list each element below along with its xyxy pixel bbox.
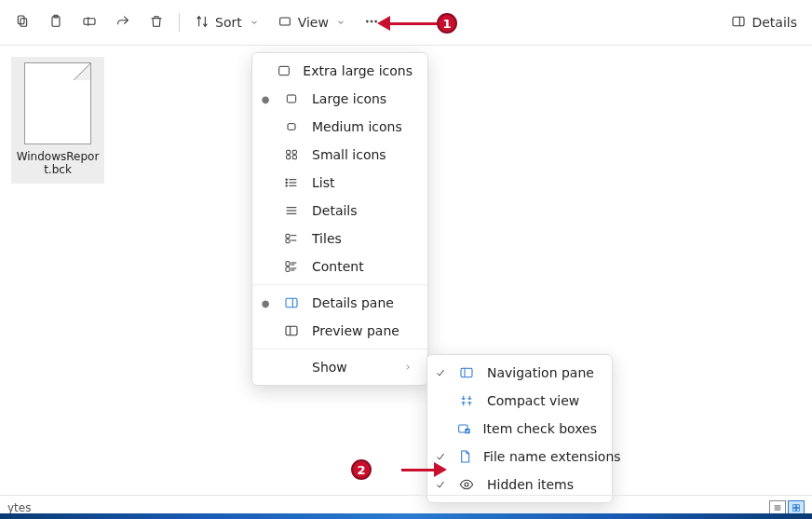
view-label: View <box>298 15 329 30</box>
svg-rect-14 <box>292 150 296 154</box>
cut-button[interactable] <box>7 8 37 37</box>
check-icon <box>435 479 446 490</box>
menu-label: Navigation pane <box>487 365 594 380</box>
menu-item-navigation-pane[interactable]: Navigation pane <box>427 359 612 387</box>
menu-item-show[interactable]: Show <box>252 353 427 381</box>
menu-item-details-pane[interactable]: ● Details pane <box>252 289 427 317</box>
menu-item-content[interactable]: Content <box>252 253 427 280</box>
chevron-down-icon <box>336 15 345 30</box>
menu-lead-bullet: ● <box>260 94 271 104</box>
rename-icon <box>82 14 97 32</box>
status-text: ytes <box>7 501 31 514</box>
menu-label: Small icons <box>312 147 386 162</box>
check-icon <box>435 451 446 462</box>
menu-label: Show <box>312 360 347 375</box>
menu-label: Preview pane <box>312 323 399 338</box>
svg-rect-31 <box>286 267 290 272</box>
svg-rect-10 <box>279 66 290 75</box>
menu-item-preview-pane[interactable]: Preview pane <box>252 317 427 345</box>
windows-taskbar <box>0 513 812 519</box>
menu-label: Content <box>312 259 364 274</box>
trash-icon <box>149 14 164 32</box>
menu-item-list[interactable]: List <box>252 169 427 197</box>
menu-label: Medium icons <box>312 119 402 134</box>
menu-item-file-name-extensions[interactable]: File name extensions <box>427 443 612 471</box>
content-icon <box>282 259 301 274</box>
svg-rect-4 <box>84 18 95 24</box>
details-icon <box>282 203 301 218</box>
svg-rect-47 <box>793 508 796 511</box>
extra-large-icons-icon <box>277 63 291 78</box>
svg-rect-1 <box>20 18 27 26</box>
details-pane-icon <box>282 295 301 310</box>
menu-item-tiles[interactable]: Tiles <box>252 225 427 253</box>
menu-label: Item check boxes <box>482 421 597 436</box>
svg-rect-15 <box>287 156 291 159</box>
menu-label: Extra large icons <box>303 63 413 78</box>
svg-point-22 <box>286 185 287 186</box>
file-icon <box>24 62 91 144</box>
svg-point-6 <box>366 20 368 21</box>
preview-pane-icon <box>282 323 301 338</box>
details-pane-button[interactable]: Details <box>724 8 805 37</box>
svg-rect-45 <box>793 504 796 507</box>
medium-icons-icon <box>282 119 301 134</box>
share-icon <box>115 14 130 32</box>
svg-point-7 <box>371 20 372 21</box>
details-label: Details <box>751 15 797 30</box>
more-horizontal-icon <box>364 14 379 32</box>
svg-rect-26 <box>286 234 290 238</box>
menu-lead-bullet: ● <box>260 298 271 308</box>
paste-button[interactable] <box>41 8 71 37</box>
svg-rect-37 <box>286 326 297 335</box>
svg-rect-27 <box>286 239 290 243</box>
command-bar: Sort View Details <box>0 0 812 45</box>
show-submenu: Navigation pane Compact view Item check … <box>426 354 613 503</box>
menu-item-details[interactable]: Details <box>252 197 427 225</box>
details-pane-icon <box>731 14 746 32</box>
svg-rect-16 <box>292 156 296 159</box>
more-button[interactable] <box>357 8 386 37</box>
menu-item-large-icons[interactable]: ● Large icons <box>252 85 427 113</box>
small-icons-icon <box>282 147 301 162</box>
checkbox-icon <box>455 421 471 436</box>
svg-rect-0 <box>18 16 24 24</box>
svg-point-8 <box>375 20 377 21</box>
menu-label: Tiles <box>312 231 342 246</box>
svg-rect-48 <box>796 508 799 511</box>
delete-button[interactable] <box>142 8 171 37</box>
large-icons-icon <box>282 91 301 106</box>
menu-label: Large icons <box>312 91 386 106</box>
svg-rect-38 <box>461 368 472 376</box>
check-icon <box>435 367 446 378</box>
file-icon <box>457 449 472 464</box>
svg-rect-12 <box>288 124 295 130</box>
menu-item-item-check-boxes[interactable]: Item check boxes <box>427 415 612 443</box>
svg-rect-9 <box>733 17 744 25</box>
menu-item-medium-icons[interactable]: Medium icons <box>252 113 427 141</box>
svg-rect-36 <box>286 298 297 307</box>
menu-divider <box>252 348 427 349</box>
menu-item-compact-view[interactable]: Compact view <box>427 387 612 415</box>
sort-button[interactable]: Sort <box>187 8 266 37</box>
menu-item-extra-large-icons[interactable]: Extra large icons <box>252 57 427 85</box>
tiles-icon <box>282 231 301 246</box>
chevron-right-icon <box>403 360 413 375</box>
share-button[interactable] <box>108 8 138 37</box>
menu-label: File name extensions <box>483 449 621 464</box>
rename-button[interactable] <box>74 8 104 37</box>
cut-icon <box>15 14 30 32</box>
menu-label: Details pane <box>312 295 394 310</box>
menu-label: Compact view <box>487 393 579 408</box>
sort-icon <box>195 14 210 32</box>
view-button[interactable]: View <box>270 8 353 37</box>
view-menu: Extra large icons ● Large icons Medium i… <box>251 52 428 386</box>
menu-item-small-icons[interactable]: Small icons <box>252 141 427 169</box>
svg-rect-11 <box>287 95 295 102</box>
file-name: WindowsReport.bck <box>15 150 101 176</box>
file-item[interactable]: WindowsReport.bck <box>11 57 104 184</box>
clipboard-icon <box>48 14 63 32</box>
svg-rect-5 <box>279 18 290 25</box>
list-icon <box>282 175 301 190</box>
sort-label: Sort <box>215 15 242 30</box>
